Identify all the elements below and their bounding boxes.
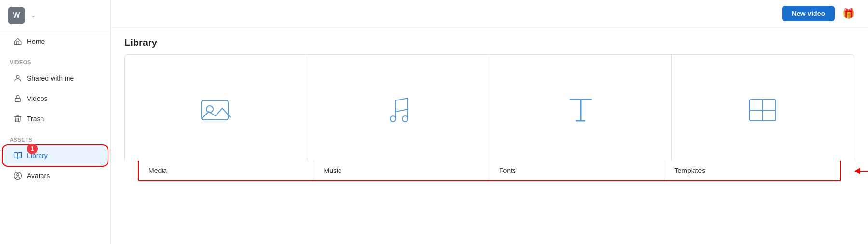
assets-section-label: Assets — [0, 129, 110, 145]
cards-grid — [124, 54, 854, 161]
top-bar: New video 🎁 — [111, 0, 868, 28]
labels-row: Media Music Fonts Templates — [138, 161, 841, 181]
page-title: Library — [124, 37, 854, 48]
arrow-head — [854, 168, 860, 174]
sidebar-item-home[interactable]: Home — [4, 32, 107, 51]
sidebar-item-label: Shared with me — [27, 74, 74, 82]
fonts-icon — [564, 69, 597, 151]
svg-point-8 — [390, 116, 396, 122]
svg-point-5 — [206, 106, 213, 113]
svg-point-0 — [16, 75, 19, 78]
arrow-annotation — [854, 168, 868, 174]
user-circle-icon — [14, 172, 22, 180]
trash-icon — [14, 115, 22, 123]
templates-icon — [746, 69, 780, 151]
main-content: New video 🎁 Library — [111, 0, 868, 244]
sidebar-item-shared[interactable]: Shared with me — [4, 69, 107, 87]
sidebar-item-label: Home — [27, 38, 45, 45]
page-header: Library — [111, 28, 868, 54]
new-video-button[interactable]: New video — [782, 6, 835, 21]
music-card[interactable] — [307, 55, 489, 161]
templates-card[interactable] — [672, 55, 854, 161]
sidebar-item-videos[interactable]: Videos — [4, 89, 107, 108]
svg-point-3 — [17, 174, 19, 176]
sidebar: W ⌄ Home Videos Shared with me Videos — [0, 0, 111, 244]
sidebar-header: W ⌄ — [0, 0, 110, 31]
chevron-down-icon[interactable]: ⌄ — [31, 12, 36, 19]
lock-icon — [14, 94, 22, 103]
media-icon — [199, 69, 233, 151]
arrow-line — [860, 171, 868, 172]
fonts-card[interactable] — [489, 55, 672, 161]
sidebar-item-library[interactable]: 1 Library — [4, 146, 107, 165]
videos-section-label: Videos — [0, 52, 110, 68]
library-badge: 1 — [27, 144, 38, 154]
home-icon — [14, 37, 22, 46]
sidebar-item-label: Avatars — [27, 172, 50, 180]
person-icon — [14, 74, 22, 83]
media-label[interactable]: Media — [139, 161, 314, 180]
sidebar-item-label: Trash — [27, 115, 44, 123]
templates-label[interactable]: Templates — [665, 161, 841, 180]
labels-row-wrapper: Media Music Fonts Templates — [138, 161, 841, 181]
logo[interactable]: W — [8, 7, 25, 24]
cards-area: Media Music Fonts Templates — [111, 54, 868, 244]
svg-rect-1 — [15, 98, 21, 102]
sidebar-item-label: Videos — [27, 95, 48, 102]
sidebar-item-avatars[interactable]: Avatars — [4, 167, 107, 185]
music-icon — [381, 69, 415, 151]
svg-point-9 — [402, 116, 408, 122]
music-label[interactable]: Music — [314, 161, 490, 180]
fonts-label[interactable]: Fonts — [489, 161, 665, 180]
sidebar-item-trash[interactable]: Trash — [4, 110, 107, 128]
gift-icon[interactable]: 🎁 — [841, 6, 856, 21]
media-card[interactable] — [125, 55, 307, 161]
book-open-icon — [14, 151, 22, 160]
